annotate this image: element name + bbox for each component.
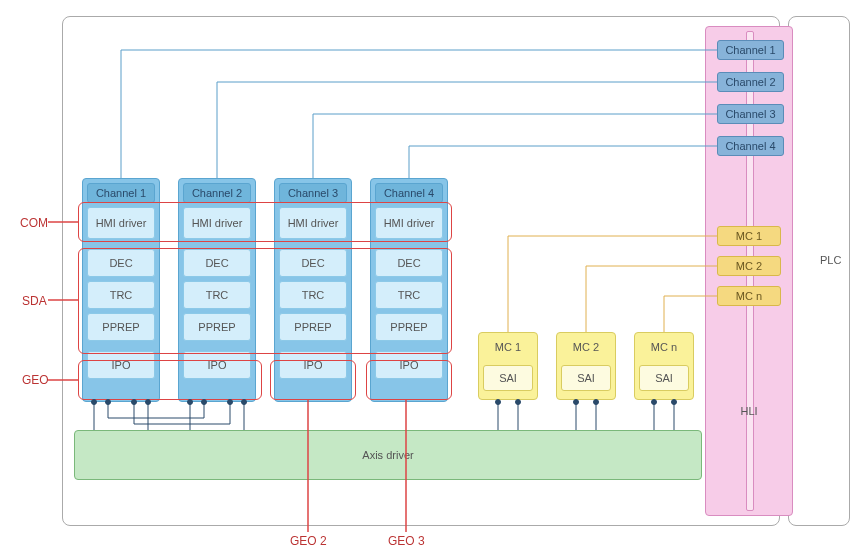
geo3-group (366, 360, 452, 400)
geo2-group (270, 360, 356, 400)
channel-header: Channel 2 (183, 183, 251, 203)
channel-header: Channel 3 (279, 183, 347, 203)
mc-col-n: MC n SAI (634, 332, 694, 400)
sda-group (78, 248, 452, 354)
channel-right-4: Channel 4 (717, 136, 784, 156)
sai-module: SAI (561, 365, 611, 391)
diagram-root: PLC HLI Channel 1 Channel 2 Channel 3 Ch… (0, 0, 862, 558)
geo2-label: GEO 2 (290, 534, 327, 548)
mc-header: MC n (639, 337, 689, 357)
channel-header: Channel 1 (87, 183, 155, 203)
com-label: COM (20, 216, 48, 230)
channel-right-2: Channel 2 (717, 72, 784, 92)
sai-module: SAI (639, 365, 689, 391)
mc-right-n: MC n (717, 286, 781, 306)
geo-group (78, 360, 262, 400)
plc-container (788, 16, 850, 526)
mc-header: MC 1 (483, 337, 533, 357)
mc-col-1: MC 1 SAI (478, 332, 538, 400)
geo-label: GEO (22, 373, 49, 387)
sai-module: SAI (483, 365, 533, 391)
channel-header: Channel 4 (375, 183, 443, 203)
hli-label: HLI (706, 405, 792, 417)
com-group (78, 202, 452, 242)
axis-driver: Axis driver (74, 430, 702, 480)
mc-right-2: MC 2 (717, 256, 781, 276)
mc-header: MC 2 (561, 337, 611, 357)
sda-label: SDA (22, 294, 47, 308)
mc-col-2: MC 2 SAI (556, 332, 616, 400)
geo3-label: GEO 3 (388, 534, 425, 548)
channel-right-1: Channel 1 (717, 40, 784, 60)
mc-right-1: MC 1 (717, 226, 781, 246)
channel-right-3: Channel 3 (717, 104, 784, 124)
plc-label: PLC (820, 254, 841, 266)
